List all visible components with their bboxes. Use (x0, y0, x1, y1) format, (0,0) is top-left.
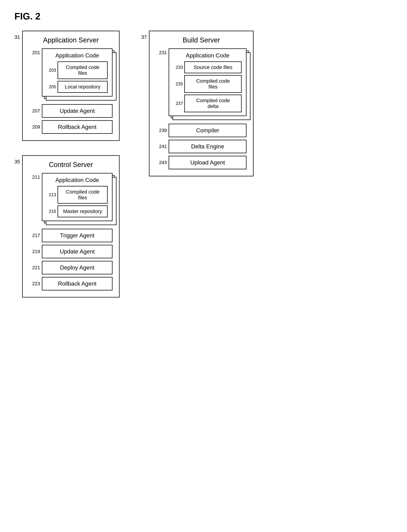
app-code-title: Application Code (47, 52, 108, 59)
update-agent-box: Update Agent (42, 104, 112, 118)
source-box: Source code files (184, 61, 242, 73)
ctrl-master-label: 215 (47, 209, 57, 214)
rollback-agent-box: Rollback Agent (42, 120, 112, 134)
trigger-label: 217 (29, 233, 42, 238)
control-server-box: Control Server 211 Application Code 213 … (22, 155, 120, 298)
delta-engine-box: Delta Engine (169, 140, 247, 153)
build-app-code-group: 231 Application Code 233 Source code fil… (156, 48, 247, 121)
ctrl-rollback-agent-box: Rollback Agent (42, 277, 112, 290)
delta-label: 237 (173, 101, 184, 106)
ctrl-app-code-group: 211 Application Code 213 Compiled code f… (29, 173, 112, 226)
left-column: 31 Application Server 201 Application Co… (15, 31, 120, 298)
trigger-agent-box: Trigger Agent (42, 229, 112, 242)
ctrl-app-code-stack: Application Code 213 Compiled code files… (42, 173, 112, 221)
build-app-code-stack: Application Code 233 Source code files 2… (169, 48, 247, 116)
diagram-container: 31 Application Server 201 Application Co… (15, 31, 392, 298)
control-server-title: Control Server (29, 161, 112, 169)
ctrl-master-row: 215 Master repository (47, 205, 108, 217)
ctrl-update-label: 219 (29, 249, 42, 254)
control-server-section: 35 Control Server 211 Application Code 2… (15, 155, 120, 298)
local-repo-row: 205 Local repository (47, 81, 108, 93)
build-server-outer-label: 37 (141, 31, 147, 40)
delta-engine-row: 241 Delta Engine (156, 140, 247, 153)
app-code-main-box: Application Code 203 Compiled code files… (42, 48, 112, 97)
upload-agent-row: 243 Upload Agent (156, 156, 247, 169)
update-agent-row: 207 Update Agent (29, 104, 112, 118)
build-compiled-label: 235 (173, 81, 184, 87)
ctrl-master-box: Master repository (57, 205, 108, 217)
upload-agent-box: Upload Agent (169, 156, 247, 169)
ctrl-app-code-main-box: Application Code 213 Compiled code files… (42, 173, 112, 221)
deploy-agent-row: 221 Deploy Agent (29, 261, 112, 274)
app-server-box: Application Server 201 Application Code (22, 31, 120, 141)
build-server-section: 37 Build Server 231 Application Code 233 (141, 31, 254, 176)
source-label: 233 (173, 65, 184, 70)
upload-label: 243 (156, 160, 169, 165)
rollback-agent-row: 209 Rollback Agent (29, 120, 112, 134)
source-code-row: 233 Source code files (173, 61, 242, 73)
trigger-agent-row: 217 Trigger Agent (29, 229, 112, 242)
build-server-title: Build Server (156, 36, 247, 44)
app-server-title: Application Server (29, 36, 112, 44)
compiler-box: Compiler (169, 124, 247, 137)
compiled-box: Compiled code files (57, 61, 108, 79)
ctrl-rollback-agent-row: 223 Rollback Agent (29, 277, 112, 290)
build-server-box: Build Server 231 Application Code 233 So… (149, 31, 254, 176)
update-label: 207 (29, 108, 42, 114)
compiled-label: 203 (47, 68, 57, 73)
build-compiled-box: Compiled code files (184, 75, 242, 93)
ctrl-update-agent-box: Update Agent (42, 245, 112, 258)
app-server-section: 31 Application Server 201 Application Co… (15, 31, 120, 141)
build-compiled-row: 235 Compiled code files (173, 75, 242, 93)
compiled-row: 203 Compiled code files (47, 61, 108, 79)
deploy-label: 221 (29, 265, 42, 270)
rollback-label: 209 (29, 124, 42, 130)
build-app-code-label: 231 (156, 48, 169, 56)
right-column: 37 Build Server 231 Application Code 233 (141, 31, 254, 176)
build-app-code-main-box: Application Code 233 Source code files 2… (169, 48, 247, 116)
app-code-label: 201 (29, 48, 42, 56)
app-code-stack: Application Code 203 Compiled code files… (42, 48, 112, 97)
control-server-outer-label: 35 (15, 155, 20, 165)
figure-title: FIG. 2 (15, 11, 392, 22)
ctrl-app-code-label: 211 (29, 173, 42, 180)
local-repo-box: Local repository (57, 81, 108, 93)
delta-box: Compiled code delta (184, 95, 242, 112)
local-repo-label: 205 (47, 84, 57, 89)
delta-row: 237 Compiled code delta (173, 95, 242, 112)
ctrl-update-agent-row: 219 Update Agent (29, 245, 112, 258)
deploy-agent-box: Deploy Agent (42, 261, 112, 274)
ctrl-compiled-label: 213 (47, 192, 57, 197)
compiler-row: 239 Compiler (156, 124, 247, 137)
app-server-outer-label: 31 (15, 31, 20, 40)
ctrl-app-code-title: Application Code (47, 177, 108, 183)
compiler-label: 239 (156, 128, 169, 133)
build-app-code-title: Application Code (173, 52, 242, 59)
ctrl-compiled-box: Compiled code files (57, 186, 108, 204)
ctrl-rollback-label: 223 (29, 281, 42, 286)
delta-engine-label: 241 (156, 144, 169, 149)
ctrl-compiled-row: 213 Compiled code files (47, 186, 108, 204)
app-code-group: 201 Application Code 203 Compiled code f… (29, 48, 112, 101)
